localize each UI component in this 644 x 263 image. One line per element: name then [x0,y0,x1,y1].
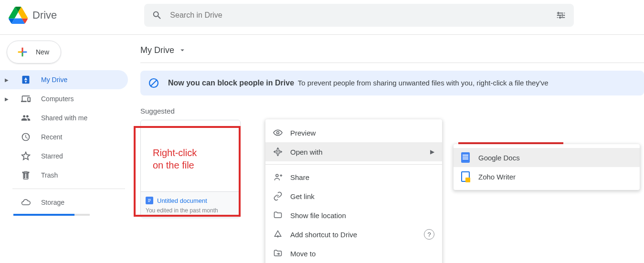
chevron-down-icon [178,46,187,54]
devices-icon [20,94,32,104]
help-icon[interactable]: ? [424,229,434,240]
sidebar-item-label: Computers [41,95,74,103]
svg-point-7 [277,151,279,153]
product-name: Drive [32,9,57,21]
svg-rect-3 [148,199,151,200]
banner-title: Now you can block people in Drive [168,79,294,87]
suggested-header: Suggested [140,107,644,115]
chevron-right-icon: ▶ [430,148,434,155]
new-button-label: New [36,48,49,56]
storage-bar-fill [13,214,74,216]
ctx-open-with[interactable]: Open with ▶ [265,142,442,161]
trash-icon [20,170,32,180]
ctx-label: Preview [290,129,316,137]
submenu-label: Google Docs [478,154,520,162]
annotation-text: Right-clickon the file [153,147,197,171]
sidebar-item-label: Storage [41,199,64,206]
submenu-google-docs[interactable]: Google Docs [454,148,640,167]
sidebar-item-trash[interactable]: Trash [0,166,128,185]
submenu-label: Zoho Writer [478,173,516,181]
ctx-preview[interactable]: Preview [265,123,442,142]
plus-icon [16,45,29,59]
sidebar-item-label: My Drive [41,76,67,84]
docs-icon [146,197,153,204]
expander-icon[interactable]: ▶ [5,96,11,102]
svg-rect-5 [148,201,150,202]
svg-line-1 [151,80,157,86]
ctx-show-location[interactable]: Show file location [265,206,442,225]
sidebar-item-shared[interactable]: Shared with me [0,108,128,127]
move-icon [273,249,290,258]
ctx-label: Move to [290,250,316,258]
context-menu: Preview Open with ▶ Share Get link Show … [265,119,442,263]
search-input[interactable] [170,11,556,20]
shortcut-icon [273,230,290,239]
ctx-label: Get link [290,192,315,200]
sidebar-divider [12,189,125,189]
ctx-label: Share [290,173,309,181]
breadcrumb[interactable]: My Drive [140,41,644,60]
banner-desc: To prevent people from sharing unwanted … [298,79,549,87]
search-icon [152,10,162,21]
info-banner: Now you can block people in Drive To pre… [140,71,644,95]
ctx-get-link[interactable]: Get link [265,187,442,206]
submenu-zoho-writer[interactable]: Zoho Writer [454,167,640,186]
drive-logo[interactable] [8,6,29,25]
drive-icon [20,75,32,84]
folder-icon [273,210,290,220]
open-with-icon [273,147,290,157]
eye-icon [273,128,290,137]
header: Drive [0,0,644,31]
search-bar[interactable] [144,4,574,27]
sidebar-item-label: Trash [41,171,58,179]
open-with-submenu: Google Docs Zoho Writer [454,144,640,190]
share-icon [273,172,290,182]
people-icon [20,113,32,123]
ctx-label: Add shortcut to Drive [290,231,357,239]
cloud-icon [20,198,32,207]
ctx-move-to[interactable]: Move to [265,244,442,263]
svg-rect-4 [148,200,151,201]
clock-icon [20,132,32,142]
sidebar-item-storage[interactable]: Storage [0,193,128,212]
sidebar-item-my-drive[interactable]: ▶ My Drive [0,70,128,89]
card-title: Untitled document [157,197,207,204]
link-icon [273,191,290,201]
new-button[interactable]: New [7,41,61,63]
card-subtitle: You edited in the past month [146,207,235,214]
block-icon [148,77,159,89]
breadcrumb-label: My Drive [140,45,174,55]
svg-point-8 [276,174,278,177]
ctx-label: Show file location [290,211,346,220]
sidebar-item-recent[interactable]: Recent [0,127,128,147]
sidebar: New ▶ My Drive ▶ Computers Shared with m… [0,35,134,218]
ctx-label: Open with [290,148,323,156]
sidebar-item-label: Recent [41,133,62,141]
google-docs-icon [461,152,478,163]
sidebar-item-label: Starred [41,152,63,160]
ctx-add-shortcut[interactable]: Add shortcut to Drive ? [265,225,442,244]
svg-point-6 [277,132,279,134]
star-icon [20,151,32,161]
sidebar-item-label: Shared with me [41,114,87,122]
ctx-share[interactable]: Share [265,168,442,187]
sidebar-item-computers[interactable]: ▶ Computers [0,89,128,108]
zoho-writer-icon [461,171,478,182]
storage-bar [13,214,90,216]
main-divider [140,63,644,63]
expander-icon[interactable]: ▶ [5,77,11,83]
sidebar-item-starred[interactable]: Starred [0,147,128,166]
search-options-icon[interactable] [556,10,566,21]
ctx-separator [265,164,442,165]
